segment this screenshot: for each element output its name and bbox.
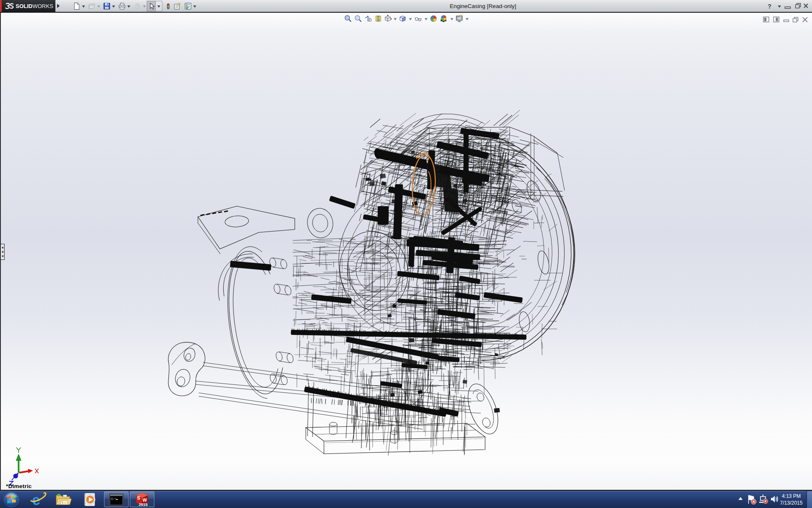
svg-text:S: S [137, 495, 140, 500]
svg-text:2015: 2015 [139, 502, 148, 507]
svg-text:C:\: C:\ [111, 497, 117, 501]
